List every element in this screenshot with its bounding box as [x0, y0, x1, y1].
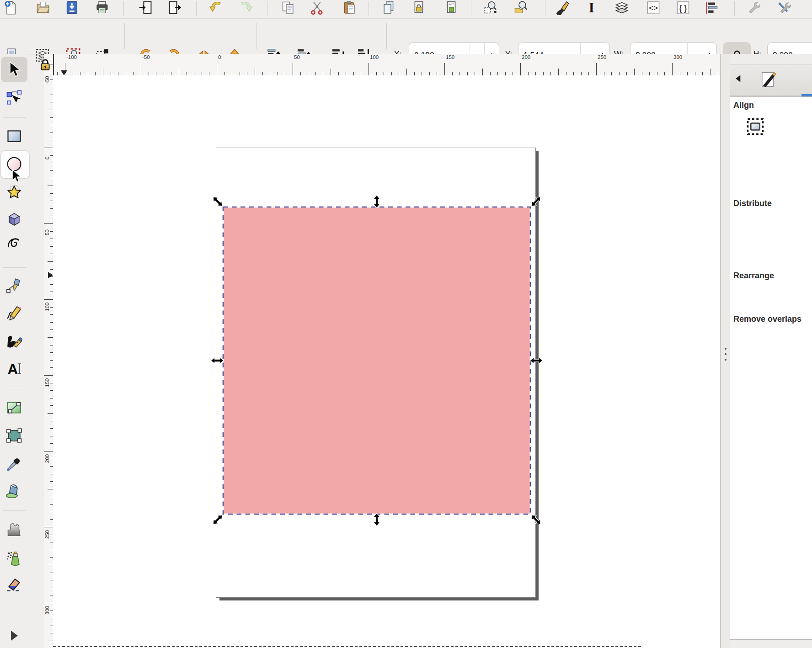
import-icon[interactable]: [139, 0, 153, 15]
ruler-tick: [48, 110, 53, 110]
relative-to-selector[interactable]: [746, 117, 765, 136]
ruler-tick: [156, 72, 156, 75]
ruler-tick: [50, 345, 53, 345]
ruler-tick: [399, 72, 399, 75]
canvas-bottom-edge: [53, 646, 641, 647]
undo-icon[interactable]: [208, 0, 223, 15]
ruler-tick: [50, 246, 53, 247]
vertical-ruler[interactable]: -50050100150200250300: [44, 54, 54, 648]
spray-tool[interactable]: [6, 550, 22, 567]
save-icon[interactable]: [65, 0, 80, 15]
selected-rectangle[interactable]: [223, 207, 530, 514]
ruler-tick: [50, 626, 53, 626]
selector-tool[interactable]: [6, 61, 22, 78]
ruler-tick: [50, 133, 53, 133]
ruler-tick: [50, 443, 53, 444]
lock-guides-toggle[interactable]: [38, 56, 52, 74]
xml-editor-icon[interactable]: <>: [646, 0, 661, 15]
ruler-tick: [50, 618, 53, 618]
export-icon[interactable]: [167, 0, 182, 15]
svg-text:<>: <>: [649, 3, 658, 12]
new-document-icon[interactable]: [3, 0, 18, 15]
ruler-tick: [680, 72, 680, 75]
ruler-tick: [452, 72, 453, 75]
ruler-tick: [103, 69, 103, 75]
duplicate-icon[interactable]: [382, 0, 396, 15]
text-tool[interactable]: A: [6, 361, 22, 377]
ruler-tick: [278, 72, 278, 75]
unlink-clone-icon[interactable]: [444, 0, 459, 15]
toolbar-separator: [267, 1, 267, 16]
ruler-tick: [649, 72, 650, 75]
ruler-tick: [437, 72, 437, 75]
ruler-tick: [513, 72, 513, 75]
zoom-drawing-icon[interactable]: [513, 0, 528, 15]
star-tool[interactable]: [6, 184, 22, 201]
toolbox-separator: [3, 117, 26, 118]
fill-stroke-icon[interactable]: [555, 0, 570, 15]
calligraphy-tool[interactable]: [6, 333, 22, 350]
toolbar-separator: [386, 23, 387, 49]
ruler-tick: [171, 72, 171, 75]
tweak-tool[interactable]: [6, 521, 22, 537]
align-dialog-icon[interactable]: [704, 0, 719, 15]
ruler-tick: [262, 72, 263, 75]
box-3d-tool[interactable]: [6, 211, 22, 228]
ruler-tick: [361, 72, 361, 75]
clone-icon[interactable]: [411, 0, 426, 15]
collapse-panel-button[interactable]: [734, 73, 743, 85]
ruler-tick: [369, 63, 369, 75]
print-icon[interactable]: [95, 0, 110, 15]
preferences-icon[interactable]: [777, 0, 791, 15]
ruler-tick: [50, 322, 53, 323]
dropper-tool[interactable]: [6, 456, 22, 472]
text-dialog-icon[interactable]: I: [585, 0, 599, 15]
mesh-gradient-tool[interactable]: [6, 427, 22, 444]
ruler-tick: [50, 481, 53, 482]
redo-icon[interactable]: [239, 0, 253, 15]
ruler-tick: [505, 72, 506, 75]
zoom-selection-icon[interactable]: [483, 0, 498, 15]
ruler-label: 150: [44, 378, 50, 387]
open-icon[interactable]: [36, 0, 50, 15]
align-dialog-tab[interactable]: [759, 70, 777, 89]
ruler-tick: [50, 170, 53, 171]
layers-icon[interactable]: [614, 0, 629, 15]
cut-icon[interactable]: [310, 0, 325, 15]
eraser-tool[interactable]: [6, 576, 22, 592]
ruler-tick: [293, 63, 293, 75]
ruler-tick: [566, 72, 566, 75]
paint-bucket-tool[interactable]: [6, 482, 22, 499]
object-properties-icon[interactable]: { }: [676, 0, 690, 15]
toolbox-expand-arrow[interactable]: [11, 631, 18, 641]
ruler-tick: [50, 383, 53, 383]
grip-dot: [725, 348, 727, 350]
document-properties-icon[interactable]: [747, 0, 762, 15]
svg-text:I: I: [589, 0, 594, 15]
panel-resize-grip[interactable]: [720, 54, 731, 648]
svg-text:{ }: { }: [679, 3, 687, 13]
inkscape-window: I<>{ } X: 0.190 − + Y: 1.544 − + W: 8.00…: [0, 0, 812, 648]
ruler-label: -50: [142, 54, 150, 60]
ruler-tick: [611, 72, 612, 75]
spiral-tool[interactable]: [6, 235, 22, 252]
ruler-tick: [664, 72, 665, 75]
ruler-tick: [50, 466, 53, 467]
horizontal-ruler[interactable]: -100-50050100150200250300: [53, 54, 720, 76]
ruler-tick: [50, 497, 53, 497]
node-editor-tool[interactable]: [6, 89, 22, 106]
ruler-tick: [141, 63, 141, 75]
pencil-tool[interactable]: [6, 305, 22, 321]
canvas[interactable]: [53, 75, 720, 648]
ruler-tick: [50, 390, 53, 391]
copy-icon[interactable]: [281, 0, 295, 15]
bezier-pen-tool[interactable]: [6, 277, 22, 294]
ruler-tick: [558, 69, 559, 75]
rectangle-tool[interactable]: [6, 128, 22, 144]
ruler-tick: [50, 178, 53, 178]
ruler-tick: [48, 565, 53, 565]
ruler-tick: [50, 580, 53, 580]
gradient-tool[interactable]: [6, 399, 22, 416]
paste-icon[interactable]: [342, 0, 357, 15]
ruler-tick: [270, 72, 270, 75]
